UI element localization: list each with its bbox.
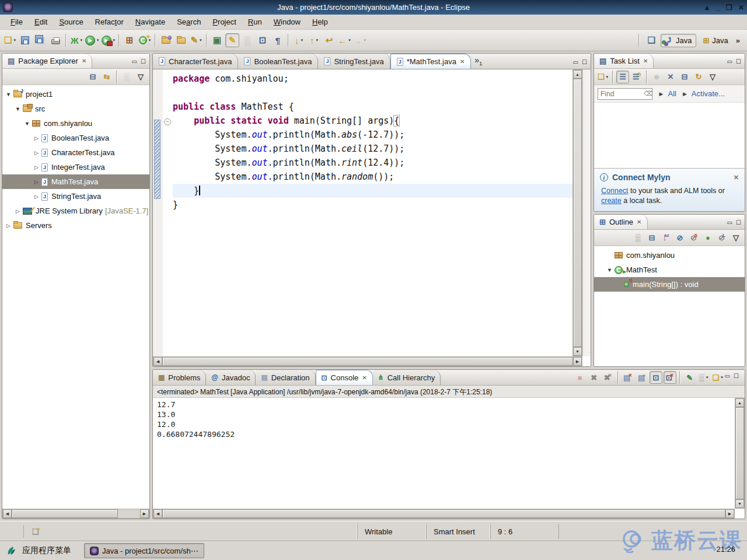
expander-open-icon[interactable]: ▼ bbox=[606, 267, 613, 273]
run-button[interactable]: ▶▾ bbox=[85, 33, 100, 47]
maximize-view-button[interactable]: ☐ bbox=[736, 219, 741, 226]
menu-help[interactable]: Help bbox=[306, 15, 334, 29]
back-button[interactable]: ←▾ bbox=[337, 33, 351, 47]
open-perspective-button[interactable]: ❏ bbox=[644, 33, 658, 47]
next-annotation-button[interactable]: ↓▾ bbox=[292, 33, 306, 47]
collapse-all-button[interactable]: ⊟ bbox=[678, 71, 691, 83]
console-vertical-scrollbar[interactable]: ▲ ▼ bbox=[735, 398, 745, 509]
tree-item-com-shiyanlou[interactable]: ▼com.shiyanlou bbox=[2, 116, 149, 131]
expander-open-icon[interactable]: ▼ bbox=[5, 92, 12, 97]
maximize-editor-button[interactable]: ☐ bbox=[582, 59, 587, 65]
expander-closed-icon[interactable]: ▷ bbox=[33, 179, 40, 185]
minimize-view-button[interactable]: ▭ bbox=[132, 58, 137, 65]
expander-open-icon[interactable]: ▼ bbox=[23, 121, 31, 127]
tree-item-servers[interactable]: ▷Servers bbox=[2, 218, 149, 233]
activate-link[interactable]: Activate... bbox=[692, 89, 725, 98]
show-source-button[interactable]: ⊡ bbox=[256, 33, 270, 47]
mark-occurrences-button[interactable]: ✎ bbox=[225, 33, 239, 47]
console-horizontal-scrollbar[interactable]: ◀ ▶ bbox=[153, 509, 735, 519]
minimize-view-button[interactable]: ▭ bbox=[727, 58, 732, 65]
new-task-status-button[interactable]: ❏✦ bbox=[29, 524, 43, 538]
menu-source[interactable]: Source bbox=[53, 15, 89, 29]
menu-search[interactable]: Search bbox=[171, 15, 207, 29]
task-list-tab[interactable]: ▤ Task List ✕ bbox=[594, 54, 654, 68]
open-type-button[interactable] bbox=[159, 33, 173, 47]
open-console-button[interactable]: ❏▾ bbox=[711, 371, 724, 384]
console-output[interactable]: 12.713.012.00.668072447896252 bbox=[153, 398, 735, 509]
tree-item-integertest-java[interactable]: ▷JIntegerTest.java bbox=[2, 160, 149, 174]
scroll-up-arrow[interactable]: ▲ bbox=[735, 398, 744, 407]
code-text[interactable]: package com.shiyanlou;public class MathT… bbox=[173, 69, 573, 356]
close-notification-icon[interactable]: ✕ bbox=[734, 174, 739, 181]
link-with-editor-button[interactable]: ⇆ bbox=[100, 71, 113, 83]
maximize-view-button[interactable]: ☐ bbox=[141, 58, 146, 65]
tree-item-stringtest-java[interactable]: ▷JStringTest.java bbox=[2, 189, 149, 204]
maximize-view-button[interactable]: ☐ bbox=[736, 58, 741, 65]
tree-item-main-string-void[interactable]: main(String[]) : void bbox=[594, 277, 745, 292]
hide-local-types-button[interactable]: ⊘L bbox=[715, 232, 728, 244]
fold-collapse-marker[interactable]: − bbox=[164, 118, 171, 125]
collapse-all-button[interactable]: ⊟ bbox=[86, 71, 99, 83]
remove-all-terminated-button[interactable]: ✖✕ bbox=[602, 371, 615, 384]
expander-open-icon[interactable]: ▼ bbox=[14, 106, 22, 112]
view-tab-problems[interactable]: ▦Problems bbox=[153, 370, 206, 385]
close-view-icon[interactable]: ✕ bbox=[643, 58, 648, 64]
new-wizard-button[interactable]: ❏▾ bbox=[3, 33, 17, 47]
overview-ruler[interactable] bbox=[582, 69, 591, 356]
show-public-members-only-button[interactable]: ● bbox=[701, 232, 714, 244]
view-tab-javadoc[interactable]: @Javadoc bbox=[206, 370, 256, 385]
minimize-button[interactable]: _ bbox=[716, 4, 720, 12]
editor-vertical-scrollbar[interactable]: ▲ ▼ bbox=[573, 69, 582, 356]
maximize-button[interactable]: ❐ bbox=[726, 4, 732, 12]
last-edit-location-button[interactable]: ↩ bbox=[322, 33, 336, 47]
horizontal-scrollbar[interactable]: ◀ ▶ bbox=[2, 509, 149, 519]
menu-edit[interactable]: Edit bbox=[29, 15, 53, 29]
expander-closed-icon[interactable]: ▷ bbox=[33, 164, 40, 170]
tree-item-src[interactable]: ▼src bbox=[2, 102, 149, 116]
expander-closed-icon[interactable]: ▷ bbox=[14, 208, 22, 214]
expander-closed-icon[interactable]: ▷ bbox=[33, 135, 40, 141]
scroll-left-arrow[interactable]: ◀ bbox=[153, 357, 162, 366]
window-task-button[interactable]: Java - project1/src/com/sh⋯ bbox=[84, 543, 204, 558]
collapse-all-button[interactable]: ⊟ bbox=[645, 232, 658, 244]
menu-navigate[interactable]: Navigate bbox=[130, 15, 171, 29]
minimize-view-button[interactable]: ▭ bbox=[727, 219, 732, 226]
synchronize-button[interactable]: ↻ bbox=[692, 71, 705, 83]
close-tab-icon[interactable]: ✕ bbox=[362, 374, 366, 381]
tree-item-mathtest-java[interactable]: ▷JMathTest.java bbox=[2, 174, 149, 189]
deactivate-task-button[interactable]: ✕ bbox=[664, 71, 677, 83]
tab-overflow-chevron[interactable]: »1 bbox=[471, 55, 484, 69]
tree-item-charactertest-java[interactable]: ▷JCharacterTest.java bbox=[2, 145, 149, 160]
menu-project[interactable]: Project bbox=[207, 15, 242, 29]
connect-link[interactable]: Connect bbox=[601, 187, 629, 195]
display-selected-console-button[interactable]: ▒▾ bbox=[697, 371, 710, 384]
clear-find-icon[interactable]: ⌫ bbox=[644, 90, 653, 97]
editor-tab-booleantest-java[interactable]: JBooleanTest.java bbox=[238, 54, 318, 69]
search-button[interactable]: ✎▾ bbox=[189, 33, 203, 47]
show-console-on-stderr-button[interactable]: ⊡✕ bbox=[664, 371, 676, 384]
java-browsing-perspective-button[interactable]: ⊞ Java bbox=[698, 34, 732, 47]
show-whitespace-button[interactable]: ¶ bbox=[271, 33, 285, 47]
shade-button[interactable]: ▲ bbox=[704, 4, 711, 12]
scroll-left-arrow[interactable]: ◀ bbox=[3, 509, 12, 518]
expander-closed-icon[interactable]: ▷ bbox=[5, 223, 12, 229]
scroll-down-arrow[interactable]: ▼ bbox=[735, 499, 744, 508]
categorized-mode-button[interactable]: ☰ bbox=[616, 71, 629, 83]
scheduled-mode-button[interactable]: ☰◷ bbox=[630, 71, 643, 83]
tree-item-mathtest[interactable]: ▼CMathTest bbox=[594, 262, 745, 277]
focus-button[interactable]: ▒ bbox=[631, 232, 644, 244]
sort-button[interactable]: ↓az bbox=[659, 232, 672, 244]
debug-button[interactable]: Ж▾ bbox=[69, 33, 83, 47]
view-tab-console[interactable]: ⊡Console✕ bbox=[316, 370, 373, 385]
all-link[interactable]: All bbox=[668, 89, 676, 98]
new-task-button[interactable]: ❏▾ bbox=[596, 71, 609, 83]
scroll-right-arrow[interactable]: ▶ bbox=[725, 509, 734, 518]
close-tab-icon[interactable]: ✕ bbox=[460, 58, 465, 65]
new-java-class-button[interactable]: C▾ bbox=[138, 33, 152, 47]
menu-refactor[interactable]: Refactor bbox=[89, 15, 130, 29]
scroll-right-arrow[interactable]: ▶ bbox=[140, 509, 149, 518]
save-button[interactable] bbox=[18, 33, 32, 47]
editor-horizontal-scrollbar[interactable]: ◀ ▶ bbox=[153, 356, 582, 366]
pin-console-button[interactable]: ✎ bbox=[683, 371, 696, 384]
create-link[interactable]: create bbox=[601, 197, 622, 205]
